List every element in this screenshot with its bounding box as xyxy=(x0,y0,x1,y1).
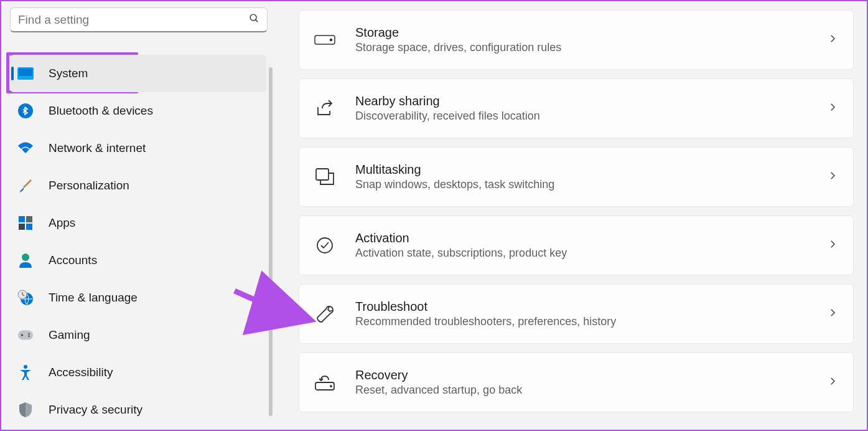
nav-item-accounts[interactable]: Accounts xyxy=(10,242,266,279)
svg-point-20 xyxy=(317,238,332,253)
card-subtitle: Discoverability, received files location xyxy=(355,110,827,123)
svg-rect-8 xyxy=(26,224,32,230)
card-subtitle: Storage space, drives, configuration rul… xyxy=(355,41,827,54)
nav-label: Accounts xyxy=(49,253,97,267)
windows-stack-icon xyxy=(314,166,335,187)
card-title: Storage xyxy=(355,26,827,40)
nav-item-apps[interactable]: Apps xyxy=(10,204,266,242)
nav-item-privacy[interactable]: Privacy & security xyxy=(10,391,266,429)
recovery-icon xyxy=(314,372,335,393)
nav-item-personalization[interactable]: Personalization xyxy=(10,167,266,204)
card-title: Recovery xyxy=(355,368,827,382)
card-multitasking[interactable]: Multitasking Snap windows, desktops, tas… xyxy=(299,147,854,207)
nav-label: Bluetooth & devices xyxy=(49,104,153,118)
person-icon xyxy=(17,252,34,268)
svg-point-9 xyxy=(22,253,29,261)
card-recovery[interactable]: Recovery Reset, advanced startup, go bac… xyxy=(299,353,854,412)
nav-label: Apps xyxy=(49,216,75,230)
card-title: Activation xyxy=(355,231,827,245)
nav-item-accessibility[interactable]: Accessibility xyxy=(10,354,266,391)
card-subtitle: Recommended troubleshooters, preferences… xyxy=(355,315,827,328)
nav-label: Accessibility xyxy=(49,366,113,379)
card-title: Multitasking xyxy=(355,163,827,177)
svg-rect-5 xyxy=(19,216,25,222)
svg-rect-6 xyxy=(26,216,32,222)
svg-rect-12 xyxy=(18,331,33,340)
card-title: Nearby sharing xyxy=(355,94,827,108)
accessibility-icon xyxy=(17,364,34,381)
nav-label: Privacy & security xyxy=(49,403,142,417)
svg-point-18 xyxy=(330,39,332,41)
sidebar: System Bluetooth & devices Network & int… xyxy=(1,1,275,430)
share-icon xyxy=(314,98,335,119)
nav-label: Network & internet xyxy=(49,141,146,155)
card-troubleshoot[interactable]: Troubleshoot Recommended troubleshooters… xyxy=(299,284,854,344)
card-title: Troubleshoot xyxy=(355,300,827,314)
bluetooth-icon xyxy=(17,103,34,119)
card-storage[interactable]: Storage Storage space, drives, configura… xyxy=(299,10,854,70)
brush-icon xyxy=(17,178,34,194)
nav-item-time-language[interactable]: Time & language xyxy=(10,279,266,316)
chevron-right-icon xyxy=(827,102,838,115)
svg-point-15 xyxy=(28,335,30,337)
svg-point-16 xyxy=(24,365,27,369)
svg-rect-19 xyxy=(316,169,329,180)
svg-point-13 xyxy=(21,334,24,336)
svg-rect-7 xyxy=(19,224,25,230)
gamepad-icon xyxy=(17,327,34,343)
wifi-icon xyxy=(17,140,34,156)
nav-item-system[interactable]: System xyxy=(10,55,266,92)
search-icon xyxy=(249,13,259,26)
drive-icon xyxy=(314,29,335,50)
card-subtitle: Activation state, subscriptions, product… xyxy=(355,247,827,260)
chevron-right-icon xyxy=(827,239,838,252)
shield-icon xyxy=(17,402,34,418)
clock-globe-icon xyxy=(17,290,34,306)
svg-point-0 xyxy=(250,14,256,21)
chevron-right-icon xyxy=(827,170,838,184)
search-input[interactable] xyxy=(18,13,249,27)
svg-point-14 xyxy=(28,333,30,335)
chevron-right-icon xyxy=(827,376,838,389)
nav-item-network[interactable]: Network & internet xyxy=(10,130,266,167)
card-activation[interactable]: Activation Activation state, subscriptio… xyxy=(299,215,854,275)
svg-point-22 xyxy=(330,386,332,387)
card-subtitle: Snap windows, desktops, task switching xyxy=(355,178,827,191)
svg-line-1 xyxy=(256,20,258,22)
chevron-right-icon xyxy=(827,307,838,321)
nav-item-gaming[interactable]: Gaming xyxy=(10,316,266,354)
check-circle-icon xyxy=(314,235,335,256)
nav-label: Time & language xyxy=(49,291,138,305)
nav-label: System xyxy=(49,67,88,80)
nav-label: Gaming xyxy=(49,328,90,342)
search-box[interactable] xyxy=(10,7,268,32)
card-subtitle: Reset, advanced startup, go back xyxy=(355,384,827,397)
chevron-right-icon xyxy=(827,33,838,47)
wrench-icon xyxy=(314,303,335,324)
content-panel: Storage Storage space, drives, configura… xyxy=(299,1,854,421)
monitor-icon xyxy=(17,65,34,82)
svg-rect-3 xyxy=(19,69,32,76)
apps-icon xyxy=(17,215,34,231)
nav-label: Personalization xyxy=(49,179,129,192)
sidebar-scrollbar[interactable] xyxy=(269,67,273,416)
nav-list: System Bluetooth & devices Network & int… xyxy=(10,55,266,429)
card-nearby-sharing[interactable]: Nearby sharing Discoverability, received… xyxy=(299,78,854,138)
nav-item-bluetooth[interactable]: Bluetooth & devices xyxy=(10,92,266,130)
